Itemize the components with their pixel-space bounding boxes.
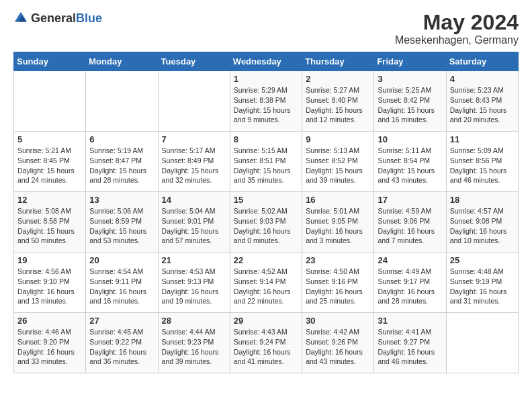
day-number: 3 [378,74,442,84]
day-number: 2 [306,74,370,84]
header-saturday: Saturday [446,52,518,71]
calendar-cell: 24Sunrise: 4:49 AMSunset: 9:17 PMDayligh… [374,253,446,313]
calendar-cell: 10Sunrise: 5:11 AMSunset: 8:54 PMDayligh… [374,132,446,192]
calendar-cell: 27Sunrise: 4:45 AMSunset: 9:22 PMDayligh… [86,313,158,373]
day-number: 11 [450,134,515,144]
day-number: 1 [234,74,298,84]
calendar-cell: 6Sunrise: 5:19 AMSunset: 8:47 PMDaylight… [86,132,158,192]
week-row-3: 12Sunrise: 5:08 AMSunset: 8:58 PMDayligh… [14,192,519,253]
day-number: 30 [306,316,370,326]
day-info: Sunrise: 4:52 AMSunset: 9:14 PMDaylight:… [234,267,298,306]
day-number: 24 [378,255,442,265]
calendar-header-row: SundayMondayTuesdayWednesdayThursdayFrid… [14,52,519,71]
day-info: Sunrise: 5:09 AMSunset: 8:56 PMDaylight:… [450,146,515,185]
header-monday: Monday [86,52,158,71]
day-info: Sunrise: 4:59 AMSunset: 9:06 PMDaylight:… [378,206,442,246]
day-number: 10 [378,134,442,144]
day-info: Sunrise: 5:13 AMSunset: 8:52 PMDaylight:… [306,146,370,185]
day-info: Sunrise: 4:54 AMSunset: 9:11 PMDaylight:… [89,267,154,306]
calendar-cell: 26Sunrise: 4:46 AMSunset: 9:20 PMDayligh… [14,313,86,373]
day-number: 28 [162,316,226,326]
calendar-cell: 5Sunrise: 5:21 AMSunset: 8:45 PMDaylight… [14,132,86,192]
calendar-cell: 20Sunrise: 4:54 AMSunset: 9:11 PMDayligh… [86,253,158,313]
day-number: 12 [17,195,82,205]
calendar-cell: 11Sunrise: 5:09 AMSunset: 8:56 PMDayligh… [446,132,518,192]
day-number: 25 [450,255,515,265]
day-number: 7 [162,134,226,144]
title-area: May 2024 Mesekenhagen, Germany [395,11,519,46]
day-number: 29 [234,316,298,326]
calendar-cell: 23Sunrise: 4:50 AMSunset: 9:16 PMDayligh… [302,253,374,313]
day-number: 8 [234,134,298,144]
day-number: 26 [17,316,82,326]
logo-icon [13,11,28,26]
week-row-2: 5Sunrise: 5:21 AMSunset: 8:45 PMDaylight… [14,132,519,192]
day-number: 9 [306,134,370,144]
day-info: Sunrise: 5:27 AMSunset: 8:40 PMDaylight:… [306,85,370,125]
calendar-cell: 13Sunrise: 5:06 AMSunset: 8:59 PMDayligh… [86,192,158,253]
calendar-cell: 28Sunrise: 4:44 AMSunset: 9:23 PMDayligh… [158,313,230,373]
header-friday: Friday [374,52,446,71]
header-tuesday: Tuesday [158,52,230,71]
day-info: Sunrise: 4:57 AMSunset: 9:08 PMDaylight:… [450,206,515,246]
day-info: Sunrise: 5:02 AMSunset: 9:03 PMDaylight:… [234,206,298,246]
calendar-cell [14,71,86,132]
header-sunday: Sunday [14,52,86,71]
calendar-cell [446,313,518,373]
day-info: Sunrise: 5:04 AMSunset: 9:01 PMDaylight:… [162,206,226,246]
day-info: Sunrise: 4:49 AMSunset: 9:17 PMDaylight:… [378,267,442,306]
calendar-cell: 22Sunrise: 4:52 AMSunset: 9:14 PMDayligh… [230,253,302,313]
day-number: 13 [89,195,154,205]
calendar-cell: 2Sunrise: 5:27 AMSunset: 8:40 PMDaylight… [302,71,374,132]
day-info: Sunrise: 4:41 AMSunset: 9:27 PMDaylight:… [378,327,442,367]
calendar-cell: 14Sunrise: 5:04 AMSunset: 9:01 PMDayligh… [158,192,230,253]
calendar-cell [86,71,158,132]
calendar-cell [158,71,230,132]
calendar-cell: 31Sunrise: 4:41 AMSunset: 9:27 PMDayligh… [374,313,446,373]
day-number: 17 [378,195,442,205]
day-info: Sunrise: 4:50 AMSunset: 9:16 PMDaylight:… [306,267,370,306]
day-number: 27 [89,316,154,326]
day-info: Sunrise: 5:19 AMSunset: 8:47 PMDaylight:… [89,146,154,185]
day-number: 16 [306,195,370,205]
week-row-4: 19Sunrise: 4:56 AMSunset: 9:10 PMDayligh… [14,253,519,313]
day-info: Sunrise: 5:01 AMSunset: 9:05 PMDaylight:… [306,206,370,246]
logo: GeneralBlue [13,11,102,26]
location-title: Mesekenhagen, Germany [395,34,519,46]
day-info: Sunrise: 4:48 AMSunset: 9:19 PMDaylight:… [450,267,515,306]
calendar-cell: 29Sunrise: 4:43 AMSunset: 9:24 PMDayligh… [230,313,302,373]
day-info: Sunrise: 5:15 AMSunset: 8:51 PMDaylight:… [234,146,298,185]
day-info: Sunrise: 4:43 AMSunset: 9:24 PMDaylight:… [234,327,298,367]
calendar-cell: 15Sunrise: 5:02 AMSunset: 9:03 PMDayligh… [230,192,302,253]
day-number: 31 [378,316,442,326]
day-number: 18 [450,195,515,205]
header: GeneralBlue May 2024 Mesekenhagen, Germa… [13,11,519,46]
calendar-cell: 21Sunrise: 4:53 AMSunset: 9:13 PMDayligh… [158,253,230,313]
calendar-cell: 25Sunrise: 4:48 AMSunset: 9:19 PMDayligh… [446,253,518,313]
calendar-cell: 19Sunrise: 4:56 AMSunset: 9:10 PMDayligh… [14,253,86,313]
calendar-cell: 4Sunrise: 5:23 AMSunset: 8:43 PMDaylight… [446,71,518,132]
week-row-5: 26Sunrise: 4:46 AMSunset: 9:20 PMDayligh… [14,313,519,373]
calendar-cell: 12Sunrise: 5:08 AMSunset: 8:58 PMDayligh… [14,192,86,253]
day-info: Sunrise: 4:46 AMSunset: 9:20 PMDaylight:… [17,327,82,367]
week-row-1: 1Sunrise: 5:29 AMSunset: 8:38 PMDaylight… [14,71,519,132]
logo-general: General [31,11,76,25]
day-info: Sunrise: 5:06 AMSunset: 8:59 PMDaylight:… [89,206,154,246]
logo-text: GeneralBlue [31,12,102,25]
day-info: Sunrise: 5:11 AMSunset: 8:54 PMDaylight:… [378,146,442,185]
day-number: 5 [17,134,82,144]
calendar-cell: 7Sunrise: 5:17 AMSunset: 8:49 PMDaylight… [158,132,230,192]
month-title: May 2024 [395,11,519,34]
calendar-cell: 17Sunrise: 4:59 AMSunset: 9:06 PMDayligh… [374,192,446,253]
day-info: Sunrise: 4:56 AMSunset: 9:10 PMDaylight:… [17,267,82,306]
day-info: Sunrise: 5:25 AMSunset: 8:42 PMDaylight:… [378,85,442,125]
header-wednesday: Wednesday [230,52,302,71]
day-info: Sunrise: 5:23 AMSunset: 8:43 PMDaylight:… [450,85,515,125]
day-number: 4 [450,74,515,84]
calendar-cell: 30Sunrise: 4:42 AMSunset: 9:26 PMDayligh… [302,313,374,373]
day-number: 20 [89,255,154,265]
day-number: 19 [17,255,82,265]
day-info: Sunrise: 4:44 AMSunset: 9:23 PMDaylight:… [162,327,226,367]
day-info: Sunrise: 4:53 AMSunset: 9:13 PMDaylight:… [162,267,226,306]
day-info: Sunrise: 4:42 AMSunset: 9:26 PMDaylight:… [306,327,370,367]
